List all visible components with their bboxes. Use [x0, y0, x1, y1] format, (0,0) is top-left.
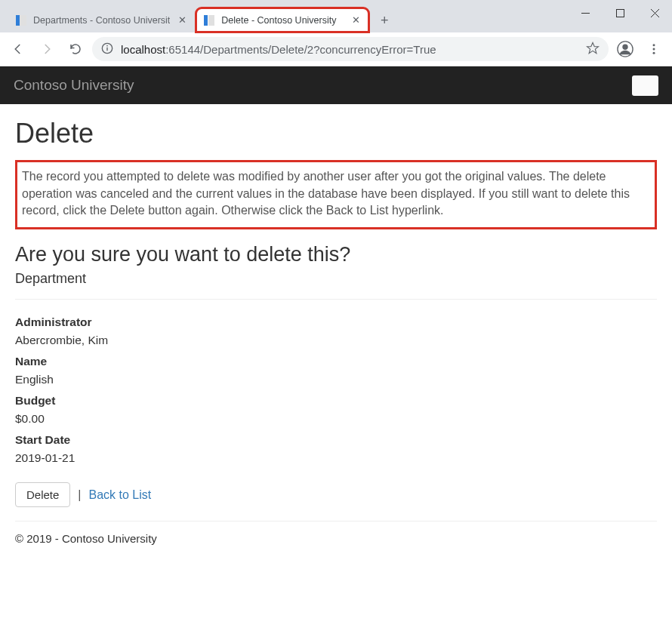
field-label-name: Name	[15, 352, 657, 371]
svg-rect-3	[208, 15, 214, 26]
close-tab-icon[interactable]: ✕	[350, 14, 362, 26]
url-text: localhost:65144/Departments/Delete/2?con…	[121, 43, 578, 56]
page-title: Delete	[15, 118, 657, 149]
svg-point-10	[106, 45, 108, 46]
bookmark-star-icon[interactable]	[586, 42, 600, 57]
field-label-startdate: Start Date	[15, 431, 657, 449]
svg-rect-5	[616, 9, 624, 17]
address-bar[interactable]: localhost:65144/Departments/Delete/2?con…	[92, 37, 609, 61]
close-tab-icon[interactable]: ✕	[176, 14, 188, 26]
close-window-button[interactable]	[637, 2, 672, 24]
window-controls	[568, 2, 672, 24]
tab-title: Departments - Contoso Universit	[33, 15, 170, 26]
field-value-budget: $0.00	[15, 410, 657, 428]
page-favicon-icon	[15, 14, 27, 26]
reload-button[interactable]	[63, 37, 88, 61]
site-brand[interactable]: Contoso University	[14, 77, 134, 94]
field-value-name: English	[15, 371, 657, 389]
tab-title: Delete - Contoso University	[221, 15, 344, 26]
detail-list: Administrator Abercrombie, Kim Name Engl…	[15, 313, 657, 467]
minimize-button[interactable]	[568, 2, 603, 24]
back-button[interactable]	[6, 37, 30, 61]
browser-toolbar: localhost:65144/Departments/Delete/2?con…	[0, 32, 672, 66]
field-label-administrator: Administrator	[15, 313, 657, 331]
menu-kebab-icon[interactable]	[642, 37, 666, 61]
field-label-budget: Budget	[15, 392, 657, 410]
svg-point-15	[653, 52, 655, 54]
info-icon[interactable]	[101, 42, 113, 57]
nav-toggle-button[interactable]	[632, 75, 658, 96]
action-divider: |	[78, 488, 81, 502]
entity-label: Department	[15, 271, 657, 287]
page-favicon-icon	[203, 14, 215, 26]
divider	[15, 299, 657, 300]
page-content: Delete The record you attempted to delet…	[0, 104, 672, 558]
forward-button[interactable]	[35, 37, 59, 61]
browser-tab-delete[interactable]: Delete - Contoso University ✕	[196, 8, 369, 32]
svg-point-14	[653, 48, 655, 51]
footer-text: © 2019 - Contoso University	[15, 532, 657, 545]
browser-tab-departments[interactable]: Departments - Contoso Universit ✕	[8, 8, 196, 32]
window-titlebar: Departments - Contoso Universit ✕ Delete…	[0, 0, 672, 32]
field-value-startdate: 2019-01-21	[15, 449, 657, 467]
maximize-button[interactable]	[603, 2, 637, 24]
confirm-heading: Are you sure you want to delete this?	[15, 243, 657, 266]
site-navbar: Contoso University	[0, 66, 672, 104]
new-tab-button[interactable]: +	[374, 10, 395, 31]
svg-point-12	[622, 45, 627, 50]
svg-rect-2	[204, 15, 208, 26]
delete-button[interactable]: Delete	[15, 482, 70, 507]
concurrency-error-box: The record you attempted to delete was m…	[15, 160, 657, 229]
footer-divider	[15, 521, 657, 522]
tab-strip: Departments - Contoso Universit ✕ Delete…	[0, 8, 395, 32]
back-to-list-link[interactable]: Back to List	[89, 488, 152, 502]
svg-rect-0	[16, 15, 20, 26]
field-value-administrator: Abercrombie, Kim	[15, 331, 657, 349]
svg-rect-1	[20, 15, 26, 26]
error-message: The record you attempted to delete was m…	[22, 168, 647, 220]
form-actions: Delete | Back to List	[15, 482, 657, 507]
svg-point-13	[653, 44, 655, 46]
profile-avatar-icon[interactable]	[613, 37, 637, 61]
